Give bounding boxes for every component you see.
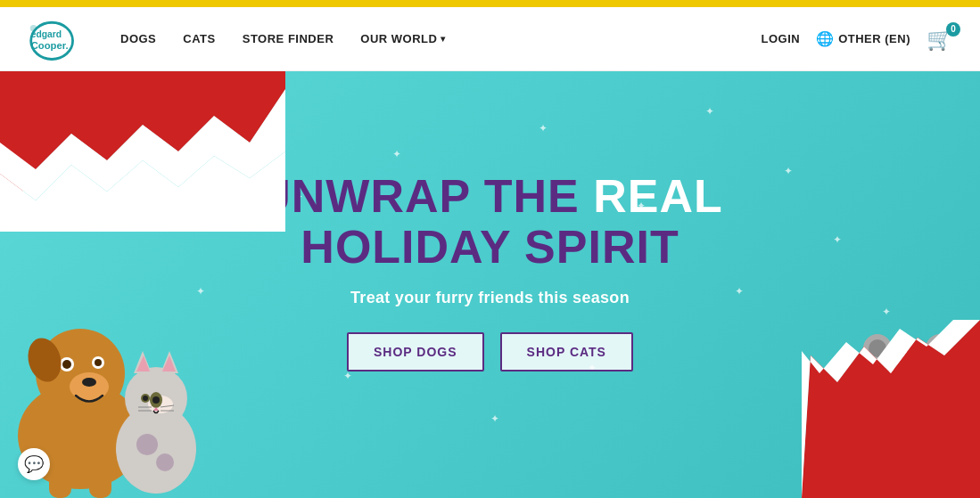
svg-point-32 <box>152 396 160 404</box>
snowflake: ✦ <box>705 105 714 118</box>
svg-rect-20 <box>49 462 71 498</box>
svg-point-23 <box>136 434 158 455</box>
svg-point-34 <box>143 396 148 401</box>
chevron-down-icon: ▾ <box>441 34 446 44</box>
snowflake: ✦ <box>539 122 548 135</box>
hero-title: UNWRAP THE REAL HOLIDAY SPIRIT <box>257 171 723 273</box>
snowflake: ✦ <box>392 148 401 160</box>
svg-point-3 <box>30 25 37 32</box>
snowflake: ✦ <box>784 165 793 177</box>
chat-button[interactable]: 💬 <box>18 448 50 480</box>
top-bar <box>0 0 980 7</box>
nav-link-our-world[interactable]: OUR WORLD ▾ <box>360 32 446 45</box>
hero-title-highlight: REAL <box>593 170 723 222</box>
language-label: OTHER (EN) <box>838 32 910 45</box>
cart-button[interactable]: 🛒 0 <box>926 27 953 52</box>
torn-paper-bottom-right <box>802 320 980 498</box>
navbar: edgard Cooper. DOGS CATS STORE FINDER OU… <box>0 7 980 71</box>
shop-dogs-button[interactable]: SHOP DOGS <box>347 332 484 371</box>
svg-point-14 <box>82 378 96 387</box>
nav-right: LOGIN 🌐 OTHER (EN) 🛒 0 <box>761 27 953 52</box>
nav-link-cats[interactable]: CATS <box>183 32 215 45</box>
hero-content: UNWRAP THE REAL HOLIDAY SPIRIT Treat you… <box>257 171 723 371</box>
cart-badge: 0 <box>946 22 960 37</box>
snowflake: ✦ <box>343 370 352 382</box>
hero-buttons: SHOP DOGS SHOP CATS <box>257 332 723 371</box>
nav-links: DOGS CATS STORE FINDER OUR WORLD ▾ <box>120 32 761 45</box>
snowflake: ✦ <box>833 233 842 246</box>
login-link[interactable]: LOGIN <box>761 32 800 45</box>
hero-subtitle: Treat your furry friends this season <box>257 289 723 307</box>
chat-icon: 💬 <box>24 454 44 474</box>
hero-title-text2: HOLIDAY SPIRIT <box>301 221 679 273</box>
torn-paper-top-left <box>0 71 285 232</box>
svg-text:edgard: edgard <box>31 29 62 39</box>
svg-point-16 <box>62 360 71 369</box>
language-selector[interactable]: 🌐 OTHER (EN) <box>816 30 910 47</box>
hero-title-text1: UNWRAP THE <box>257 170 593 222</box>
shop-cats-button[interactable]: SHOP CATS <box>500 332 633 371</box>
globe-icon: 🌐 <box>816 30 834 47</box>
svg-rect-21 <box>89 462 111 498</box>
logo[interactable]: edgard Cooper. <box>27 14 94 63</box>
svg-point-24 <box>156 453 174 471</box>
svg-text:Cooper.: Cooper. <box>31 40 69 51</box>
svg-point-18 <box>95 359 102 366</box>
hero-section: ✦ ✦ ✦ ✦ ✦ ✦ ✦ ✦ ✦ ✦ ✦ ✦ ✦ ✦ ✦ UNWRAP THE… <box>0 71 980 498</box>
nav-link-store-finder[interactable]: STORE FINDER <box>243 32 334 45</box>
snowflake: ✦ <box>735 285 744 298</box>
snowflake: ✦ <box>490 412 499 425</box>
nav-link-dogs[interactable]: DOGS <box>120 32 156 45</box>
